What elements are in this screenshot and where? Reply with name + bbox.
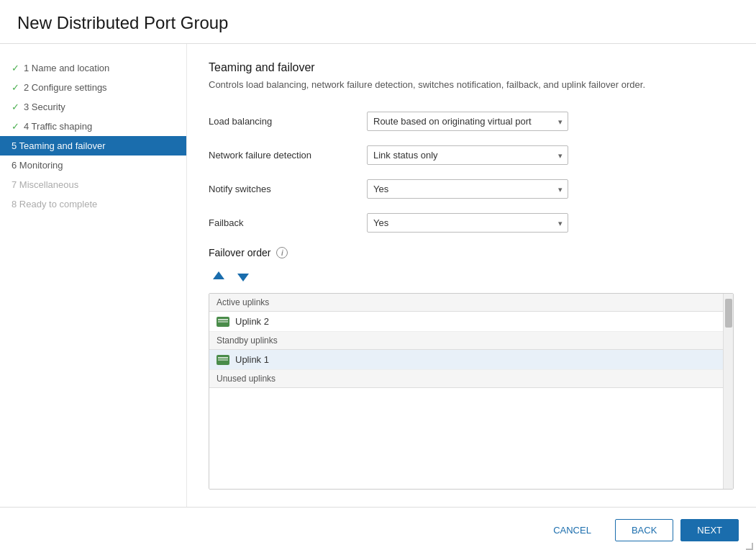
dialog-title: New Distributed Port Group: [17, 13, 739, 33]
sidebar-label-step6: 6 Monitoring: [12, 160, 63, 171]
failback-control: Yes No ▾: [367, 213, 568, 233]
network-failure-detection-label: Network failure detection: [209, 150, 367, 161]
sidebar-item-step7: 7 Miscellaneous: [0, 175, 186, 194]
sidebar-item-step6[interactable]: 6 Monitoring: [0, 155, 186, 175]
failover-order-section: Failover order i: [209, 247, 734, 490]
uplink-1-row[interactable]: Uplink 1: [209, 350, 733, 370]
dialog-body: ✓ 1 Name and location ✓ 2 Configure sett…: [0, 44, 756, 507]
info-icon[interactable]: i: [276, 247, 288, 258]
unused-uplinks-header: Unused uplinks: [209, 370, 733, 388]
failover-order-title-text: Failover order: [209, 247, 270, 258]
sidebar-label-step3: 3 Security: [24, 102, 65, 112]
uplink-1-icon: [217, 355, 229, 365]
load-balancing-row: Load balancing Route based on originatin…: [209, 112, 734, 131]
notify-switches-label: Notify switches: [209, 184, 367, 194]
uplink-1-label: Uplink 1: [235, 354, 269, 365]
sidebar-item-step2[interactable]: ✓ 2 Configure settings: [0, 78, 186, 97]
notify-switches-select[interactable]: Yes No: [367, 179, 568, 199]
cancel-button[interactable]: CANCEL: [537, 519, 608, 541]
failover-order-title: Failover order i: [209, 247, 734, 258]
sidebar-label-step4: 4 Traffic shaping: [24, 121, 92, 132]
svg-marker-0: [213, 271, 224, 279]
check-icon-step2: ✓: [12, 82, 19, 93]
next-button[interactable]: NEXT: [680, 519, 739, 541]
move-up-button[interactable]: [209, 267, 229, 286]
failback-label: Failback: [209, 217, 367, 228]
sidebar-label-step8: 8 Ready to complete: [12, 199, 97, 209]
main-content: Teaming and failover Controls load balan…: [187, 44, 756, 507]
uplink-2-row[interactable]: Uplink 2: [209, 312, 733, 332]
back-button[interactable]: BACK: [615, 519, 673, 541]
dialog-footer: CANCEL BACK NEXT: [0, 507, 756, 550]
check-icon-step4: ✓: [12, 121, 19, 132]
uplink-2-icon: [217, 317, 229, 327]
load-balancing-select[interactable]: Route based on originating virtual port …: [367, 112, 568, 131]
sidebar-item-step8: 8 Ready to complete: [0, 194, 186, 214]
sidebar-item-step3[interactable]: ✓ 3 Security: [0, 97, 186, 117]
notify-switches-control: Yes No ▾: [367, 179, 568, 199]
section-desc: Controls load balancing, network failure…: [209, 78, 734, 91]
network-failure-detection-row: Network failure detection Link status on…: [209, 145, 734, 165]
move-down-button[interactable]: [233, 267, 253, 286]
failback-row: Failback Yes No ▾: [209, 213, 734, 233]
sidebar-item-step5[interactable]: 5 Teaming and failover: [0, 136, 186, 155]
network-failure-detection-select[interactable]: Link status only Beacon probing: [367, 145, 568, 165]
check-icon-step3: ✓: [12, 102, 19, 112]
arrow-buttons: [209, 267, 734, 286]
scrollbar-thumb[interactable]: [725, 299, 732, 328]
failover-table: Active uplinks Uplink 2 Standby uplinks …: [209, 293, 734, 490]
sidebar-item-step1[interactable]: ✓ 1 Name and location: [0, 58, 186, 78]
sidebar-label-step5: 5 Teaming and failover: [12, 140, 106, 151]
uplink-2-label: Uplink 2: [235, 316, 269, 327]
standby-uplinks-header: Standby uplinks: [209, 332, 733, 350]
notify-switches-row: Notify switches Yes No ▾: [209, 179, 734, 199]
resize-handle[interactable]: [746, 543, 753, 550]
load-balancing-label: Load balancing: [209, 116, 367, 127]
unused-uplinks-area: [209, 388, 733, 489]
section-title: Teaming and failover: [209, 61, 734, 74]
svg-marker-1: [237, 274, 249, 281]
new-distributed-port-group-dialog: New Distributed Port Group ✓ 1 Name and …: [0, 0, 756, 550]
sidebar-label-step7: 7 Miscellaneous: [12, 179, 78, 190]
check-icon-step1: ✓: [12, 63, 19, 73]
active-uplinks-header: Active uplinks: [209, 294, 733, 312]
dialog-header: New Distributed Port Group: [0, 0, 756, 44]
sidebar: ✓ 1 Name and location ✓ 2 Configure sett…: [0, 44, 187, 507]
scrollbar-track[interactable]: [723, 294, 733, 489]
load-balancing-control: Route based on originating virtual port …: [367, 112, 568, 131]
sidebar-item-step4[interactable]: ✓ 4 Traffic shaping: [0, 117, 186, 136]
sidebar-label-step1: 1 Name and location: [24, 63, 109, 73]
network-failure-detection-control: Link status only Beacon probing ▾: [367, 145, 568, 165]
failback-select[interactable]: Yes No: [367, 213, 568, 233]
sidebar-label-step2: 2 Configure settings: [24, 82, 107, 93]
